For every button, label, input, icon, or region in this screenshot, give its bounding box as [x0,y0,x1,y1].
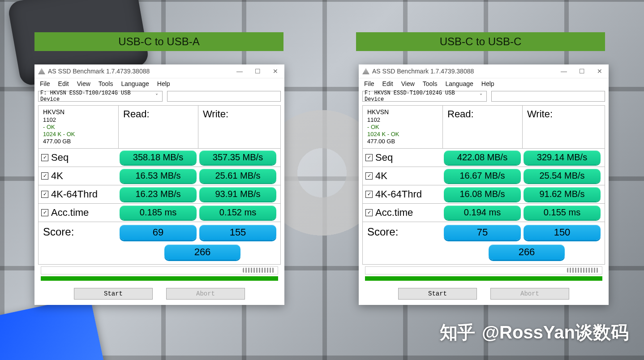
seq-write: 357.35 MB/s [199,150,276,165]
4k64-label: 4K-64Thrd [51,189,98,200]
zhihu-logo: 知乎 [440,320,475,345]
seq-checkbox[interactable]: ✓ [365,154,373,161]
seq-label: Seq [375,152,393,163]
score-total: 266 [164,244,240,260]
menu-language[interactable]: Language [121,80,149,87]
minimize-button[interactable]: — [555,64,573,78]
4k64-read: 16.08 MB/s [444,187,521,201]
score-total: 266 [489,244,565,260]
seq-write: 329.14 MB/s [524,150,601,165]
menubar: File Edit View Tools Language Help [359,78,609,89]
menu-language[interactable]: Language [445,80,473,87]
abort-button[interactable]: Abort [166,288,245,300]
seq-label: Seq [51,152,69,163]
4k64-read: 16.23 MB/s [120,187,197,201]
acc-checkbox[interactable]: ✓ [41,209,48,216]
4k64-write: 93.91 MB/s [199,187,276,201]
4k-label: 4K [375,170,387,182]
completion-bar [365,276,602,281]
4k-write: 25.54 MB/s [524,169,601,183]
titlebar[interactable]: AS SSD Benchmark 1.7.4739.38088 — ☐ ✕ [359,64,609,78]
menu-edit[interactable]: Edit [382,80,393,87]
acc-write: 0.155 ms [524,206,601,220]
4k64-checkbox[interactable]: ✓ [41,191,48,198]
4k-read: 16.67 MB/s [444,169,521,183]
device-select-value: F: HKVSN ESSD-T100/1024G USB Device [365,90,477,103]
score-read: 69 [120,225,197,240]
minimize-button[interactable]: — [231,64,249,78]
menu-file[interactable]: File [364,80,374,87]
menu-view[interactable]: View [77,80,90,87]
read-header: Read: [118,106,198,148]
score-read: 75 [444,225,521,240]
menubar: File Edit View Tools Language Help [34,78,284,89]
acc-read: 0.194 ms [444,206,521,220]
as-ssd-window-c: AS SSD Benchmark 1.7.4739.38088 — ☐ ✕ Fi… [359,64,609,305]
acc-checkbox[interactable]: ✓ [365,209,373,216]
acc-write: 0.152 ms [199,206,276,220]
acc-label: Acc.time [51,207,89,219]
score-write: 150 [524,225,601,240]
label-usb-c-to-a: USB-C to USB-A [34,32,283,51]
app-icon [38,68,45,74]
author-handle: @RossYan谈数码 [482,320,629,345]
close-button[interactable]: ✕ [591,64,609,78]
read-header: Read: [442,106,522,148]
score-write: 155 [199,225,276,240]
seq-checkbox[interactable]: ✓ [41,154,48,161]
chevron-down-icon: ˅ [153,93,160,100]
abort-button[interactable]: Abort [490,288,569,300]
write-header: Write: [522,106,602,148]
score-label: Score: [363,222,442,261]
run-label-input[interactable] [167,91,281,102]
watermark: 知乎 @RossYan谈数码 [440,320,629,345]
as-ssd-window-a: AS SSD Benchmark 1.7.4739.38088 — ☐ ✕ Fi… [34,64,284,305]
score-label: Score: [39,222,118,261]
seq-read: 422.08 MB/s [444,150,521,165]
start-button[interactable]: Start [398,288,477,300]
progress-bar [365,266,602,274]
app-icon [362,68,369,74]
4k64-label: 4K-64Thrd [375,189,422,200]
4k-label: 4K [51,170,63,182]
4k64-write: 91.62 MB/s [524,187,601,201]
menu-tools[interactable]: Tools [423,80,438,87]
chevron-down-icon: ˅ [477,93,485,100]
start-button[interactable]: Start [74,288,153,300]
device-select[interactable]: F: HKVSN ESSD-T100/1024G USB Device ˅ [38,91,163,102]
maximize-button[interactable]: ☐ [249,64,266,78]
write-header: Write: [198,106,278,148]
device-select-value: F: HKVSN ESSD-T100/1024G USB Device [40,90,153,103]
menu-help[interactable]: Help [157,80,170,87]
device-info: HKVSN 1102 - OK 1024 K - OK 477.00 GB [363,106,442,148]
menu-tools[interactable]: Tools [99,80,113,87]
run-label-input[interactable] [491,91,605,102]
4k-checkbox[interactable]: ✓ [365,172,373,180]
close-button[interactable]: ✕ [266,64,284,78]
acc-read: 0.185 ms [120,206,197,220]
acc-label: Acc.time [375,207,413,219]
progress-bar [41,266,278,274]
window-title: AS SSD Benchmark 1.7.4739.38088 [372,68,555,75]
menu-view[interactable]: View [401,80,415,87]
label-usb-c-to-c: USB-C to USB-C [356,32,605,51]
4k-checkbox[interactable]: ✓ [41,172,48,180]
4k-read: 16.53 MB/s [120,169,197,183]
seq-read: 358.18 MB/s [120,150,197,165]
completion-bar [41,276,278,281]
menu-edit[interactable]: Edit [58,80,69,87]
4k64-checkbox[interactable]: ✓ [365,191,373,198]
window-title: AS SSD Benchmark 1.7.4739.38088 [48,68,231,75]
titlebar[interactable]: AS SSD Benchmark 1.7.4739.38088 — ☐ ✕ [34,64,284,78]
maximize-button[interactable]: ☐ [573,64,591,78]
device-info: HKVSN 1102 - OK 1024 K - OK 477.00 GB [39,106,118,148]
device-select[interactable]: F: HKVSN ESSD-T100/1024G USB Device ˅ [362,91,487,102]
menu-file[interactable]: File [40,80,50,87]
4k-write: 25.61 MB/s [199,169,276,183]
menu-help[interactable]: Help [481,80,494,87]
